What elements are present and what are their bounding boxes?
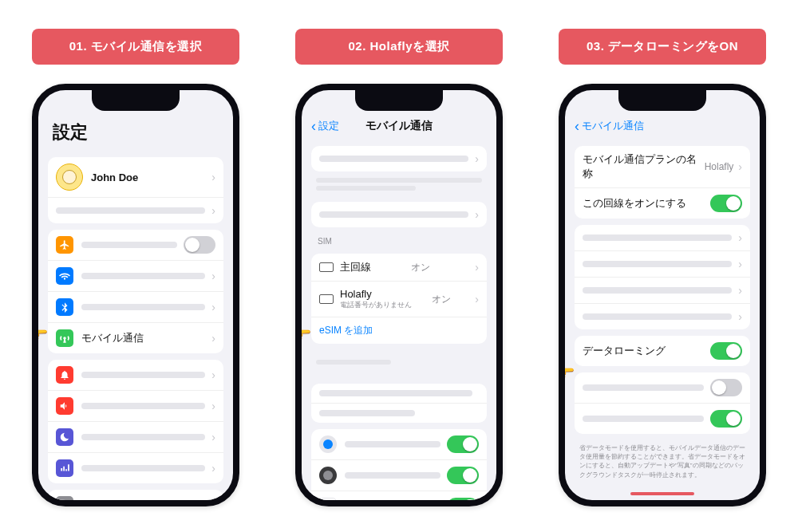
row[interactable] — [575, 404, 750, 434]
app-toggle[interactable] — [447, 467, 479, 484]
placeholder-line — [81, 304, 205, 310]
step-container: 01. モバイル通信を選択 👉 設定 John Doe › › — [0, 0, 798, 506]
roaming-toggle[interactable] — [710, 342, 742, 360]
airplane-row[interactable] — [48, 230, 223, 261]
line-on-toggle[interactable] — [710, 195, 742, 212]
app-row[interactable] — [311, 491, 487, 500]
placeholder-line — [583, 234, 732, 241]
placeholder-line — [583, 416, 704, 422]
holafly-status: オン — [432, 293, 451, 306]
chevron-right-icon: › — [211, 171, 215, 183]
placeholder-line — [81, 403, 205, 409]
general-row[interactable]: › — [48, 490, 223, 500]
cellular-row[interactable]: モバイル通信 › — [48, 323, 223, 353]
placeholder-line — [56, 207, 205, 214]
chevron-right-icon: › — [211, 431, 215, 443]
pointing-hand-icon: 👉 — [32, 321, 49, 348]
avatar — [56, 164, 83, 191]
safari-icon — [319, 435, 337, 453]
screen-1: 設定 John Doe › › — [38, 90, 233, 500]
cellular-label: モバイル通信 — [81, 331, 144, 345]
placeholder-line — [316, 186, 416, 191]
plan-name-label: モバイル通信プランの名称 — [583, 152, 705, 181]
chevron-right-icon: › — [211, 368, 215, 381]
app-toggle[interactable] — [447, 498, 479, 500]
placeholder-line — [319, 156, 468, 162]
airplane-icon — [56, 236, 73, 254]
chevron-right-icon: › — [475, 261, 479, 274]
dnd-icon — [56, 428, 73, 446]
step-2-label: 02. Holaflyを選択 — [295, 29, 503, 65]
bluetooth-icon — [56, 298, 73, 316]
row[interactable]: › — [575, 304, 750, 329]
nav-bar: ‹ 設定 モバイル通信 — [302, 112, 496, 140]
row[interactable] — [575, 372, 750, 404]
step-3-label: 03. データローミングをON — [559, 29, 766, 65]
placeholder-line — [345, 472, 440, 479]
apps-card — [311, 429, 487, 500]
wifi-icon — [56, 267, 73, 285]
roaming-row[interactable]: データローミング — [575, 336, 750, 366]
back-button[interactable]: ‹ モバイル通信 — [575, 118, 644, 135]
placeholder-line — [81, 434, 205, 440]
pointing-hand-icon: 👉 — [559, 360, 575, 386]
screen-3: ‹ モバイル通信 モバイル通信プランの名称 Holafly › この回線をオンに… — [565, 90, 760, 500]
notch — [355, 90, 443, 111]
data-card: › — [311, 146, 487, 171]
footnote-skel — [302, 350, 496, 377]
line-on-row[interactable]: この回線をオンにする — [575, 188, 750, 219]
row[interactable] — [311, 384, 487, 404]
primary-sim-row[interactable]: 主回線 オン › — [311, 254, 487, 282]
roaming-label: データローミング — [583, 344, 666, 358]
app-row[interactable] — [311, 460, 487, 491]
row[interactable]: › — [575, 225, 750, 251]
chevron-right-icon: › — [211, 270, 215, 282]
lowdata-card — [575, 372, 750, 434]
calendar-icon — [319, 498, 337, 500]
holafly-sim-row[interactable]: Holafly 電話番号がありません オン › — [311, 282, 487, 317]
chevron-right-icon: › — [738, 160, 742, 173]
profile-card[interactable]: John Doe › › — [48, 157, 223, 223]
placeholder-line — [81, 242, 177, 248]
row[interactable]: › — [575, 251, 750, 278]
row[interactable]: › — [311, 146, 487, 171]
screen-2: ‹ 設定 モバイル通信 › — [302, 90, 496, 500]
toggle[interactable] — [710, 410, 742, 428]
nav-title: モバイル通信 — [302, 119, 496, 133]
notifications-icon — [56, 366, 73, 384]
step-3: 03. データローミングをON 👉 ‹ モバイル通信 モバイル通信プランの名称 … — [543, 29, 782, 506]
placeholder-line — [316, 178, 482, 183]
focus-row[interactable]: › — [48, 422, 223, 453]
add-esim-link: eSIM を追加 — [319, 324, 373, 337]
notifications-row[interactable]: › — [48, 360, 223, 391]
holafly-label: Holafly — [340, 288, 412, 300]
step-2: 02. Holaflyを選択 👉 ‹ 設定 モバイル通信 › — [279, 29, 519, 506]
chevron-right-icon: › — [738, 231, 742, 244]
app-row[interactable] — [311, 429, 487, 460]
row[interactable]: › — [575, 278, 750, 304]
phone-2: 👉 ‹ 設定 モバイル通信 › — [295, 84, 503, 506]
option-card-2 — [311, 384, 487, 423]
profile-name: John Doe — [91, 171, 138, 183]
wifi-row[interactable]: › — [48, 261, 223, 292]
app-toggle[interactable] — [447, 435, 479, 453]
bluetooth-row[interactable]: › — [48, 292, 223, 323]
profile-sub-row[interactable]: › — [48, 198, 223, 223]
chevron-right-icon: › — [475, 208, 479, 221]
holafly-sublabel: 電話番号がありません — [340, 300, 412, 310]
add-esim-row[interactable]: eSIM を追加 — [311, 317, 487, 344]
toggle[interactable] — [710, 379, 742, 396]
row[interactable]: › — [311, 202, 487, 227]
screentime-icon — [56, 459, 73, 477]
phone-1: 👉 設定 John Doe › › — [32, 84, 239, 506]
sound-row[interactable]: › — [48, 391, 223, 422]
placeholder-line — [81, 273, 205, 279]
plan-name-row[interactable]: モバイル通信プランの名称 Holafly › — [575, 146, 750, 188]
placeholder-line — [81, 372, 205, 378]
screentime-row[interactable]: › — [48, 453, 223, 483]
notch — [92, 90, 180, 111]
airplane-toggle[interactable] — [184, 236, 215, 254]
chevron-right-icon: › — [211, 204, 215, 217]
row[interactable] — [311, 404, 487, 423]
chevron-right-icon: › — [211, 301, 215, 313]
